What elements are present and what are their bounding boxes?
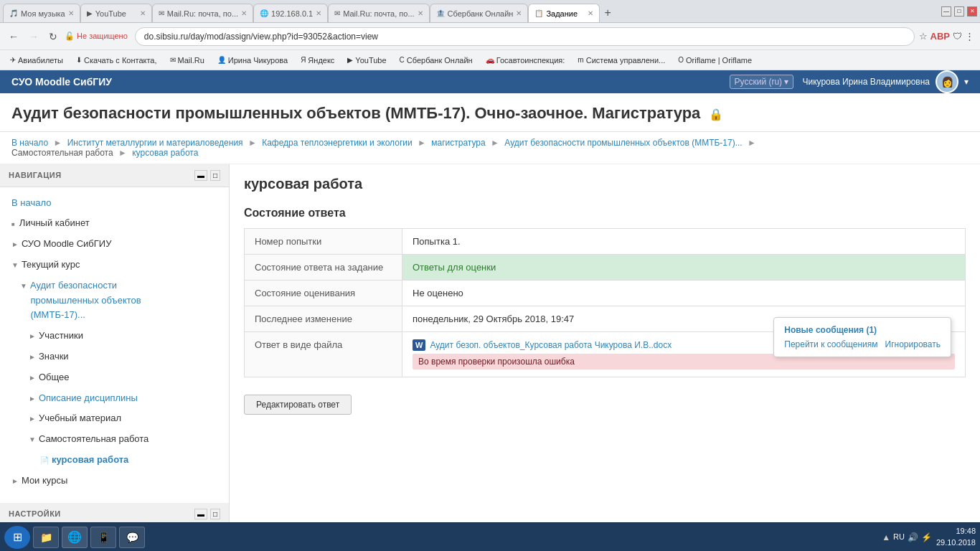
sidebar-item-current-course[interactable]: ▼Текущий курс [0,255,229,276]
sidebar-item-cabinet[interactable]: ■Личный кабинет [0,213,229,234]
sidebar-collapse-button[interactable]: ▬ [194,170,207,181]
main-layout: НАВИГАЦИЯ ▬ □ В начало ■Личный кабинет ►… [0,164,980,522]
sidebar-item-general[interactable]: ►Общее [0,367,229,388]
notification-title: Новые сообщения (1) [784,325,941,335]
status-section-title: Состояние ответа [244,207,966,220]
address-input[interactable] [135,27,915,46]
file-name: Аудит безоп. объектов_Курсовая работа Чи… [430,340,672,350]
bookmark-[interactable]: 🚗Госавтоинспекция: [481,55,570,66]
taskbar-chrome[interactable]: 🌐 [62,527,88,548]
breadcrumb-self-work: Самостоятельная работа [11,148,113,158]
settings-header: НАСТРОЙКИ ▬ □ [0,503,229,522]
sidebar-item-badges[interactable]: ►Значки [0,347,229,367]
page-title-area: Аудит безопасности промышленных объектов… [0,93,980,132]
settings-expand-button[interactable]: □ [210,509,220,519]
go-to-messages-link[interactable]: Перейти к сообщениям [784,339,877,349]
tab-tab1[interactable]: 🎵Моя музыка✕ [3,4,80,22]
minimize-button[interactable]: — [941,6,951,17]
tab-tab2[interactable]: ▶YouTube✕ [80,4,152,22]
settings-collapse-button[interactable]: ▬ [194,509,207,519]
reload-button[interactable]: ↻ [46,29,60,44]
tab-tab4[interactable]: 🌐192.168.0.1✕ [253,4,328,22]
maximize-button[interactable]: □ [954,6,964,17]
breadcrumb: В начало ► Институт металлургии и матери… [0,132,980,164]
table-row-grading: Состояние оценивания Не оценено [245,280,966,306]
bookmark-youtube[interactable]: ▶YouTube [343,55,390,66]
sidebar-header: НАВИГАЦИЯ ▬ □ [0,164,229,187]
status-value: Ответы для оценки [402,254,966,280]
address-bar: ← → ↻ 🔓 Не защищено ☆ ABP 🛡 ⋮ [0,23,980,50]
taskbar-network-icon: 🔊 [908,532,918,542]
edit-answer-button[interactable]: Редактировать ответ [244,395,352,415]
sidebar-item-selfwork[interactable]: ▼Самостоятельная работа [0,429,229,450]
bookmark-mailru[interactable]: ✉Mail.Ru [166,55,209,66]
tab-tab6[interactable]: 🏦Сбербанк Онлайн✕ [430,4,529,22]
table-row-status: Состояние ответа на задание Ответы для о… [245,254,966,280]
back-button[interactable]: ← [6,29,22,44]
forward-button[interactable]: → [26,29,42,44]
security-indicator: 🔓 Не защищено [65,32,128,41]
grading-value: Не оценено [402,280,966,306]
ignore-notification-link[interactable]: Игнорировать [885,339,941,349]
bookmark---[interactable]: ⬇Скачать с Контакта, [72,55,161,66]
tab-tab7[interactable]: 📋Задание✕ [528,4,600,22]
sidebar-item-description[interactable]: ►Описание дисциплины [0,388,229,409]
sidebar: НАВИГАЦИЯ ▬ □ В начало ■Личный кабинет ►… [0,164,230,522]
moodle-logo: СУО Moodle СибГИУ [11,76,112,88]
sidebar-expand-button[interactable]: □ [210,170,220,181]
attempt-value: Попытка 1. [402,228,966,254]
file-label: Ответ в виде файла [245,331,402,377]
bookmark-[interactable]: ✈Авиабилеты [6,55,67,66]
sidebar-item-materials[interactable]: ►Учебный материал [0,408,229,429]
bookmarks-bar: ✈Авиабилеты⬇Скачать с Контакта,✉Mail.Ru👤… [0,50,980,70]
taskbar: ⊞ 📁 🌐 📱 💬 ▲ RU 🔊 ⚡ 19:48 29.10.2018 [0,522,980,551]
taskbar-explorer[interactable]: 📁 [33,527,59,548]
user-menu[interactable]: Чикурова Ирина Владимировна 👩 ▾ [802,70,969,93]
taskbar-right: ▲ RU 🔊 ⚡ 19:48 29.10.2018 [882,526,976,548]
bookmark-oriflame--oriflame[interactable]: OOriflame | Oriflame [674,55,756,66]
assignment-title: курсовая работа [244,176,966,192]
content-area: курсовая работа Состояние ответа Номер п… [230,164,980,522]
sidebar-item-home[interactable]: В начало [0,193,229,214]
attempt-label: Номер попытки [245,228,402,254]
breadcrumb-institute[interactable]: Институт металлургии и материаловедения [67,138,243,148]
notification-panel: Новые сообщения (1) Перейти к сообщениям… [773,317,951,357]
window-controls: — □ ✕ [941,6,977,17]
tab-tab5[interactable]: ✉Mail.Ru: почта, по...✕ [328,4,429,22]
taskbar-clock: 19:48 29.10.2018 [936,526,976,548]
sidebar-item-moodle[interactable]: ►СУО Moodle СибГИУ [0,234,229,255]
close-button[interactable]: ✕ [967,6,977,17]
start-button[interactable]: ⊞ [4,526,30,549]
tabs-container: 🎵Моя музыка✕▶YouTube✕✉Mail.Ru: почта, по… [3,0,941,22]
word-icon: W [413,339,425,351]
bookmark--[interactable]: mСистема управлени... [573,55,669,66]
bookmark--[interactable]: 👤Ирина Чикурова [213,55,292,66]
sidebar-content: В начало ■Личный кабинет ►СУО Moodle Сиб… [0,187,229,497]
title-bar: 🎵Моя музыка✕▶YouTube✕✉Mail.Ru: почта, по… [0,0,980,23]
grading-label: Состояние оценивания [245,280,402,306]
moodle-header: СУО Moodle СибГИУ Русский (ru) ▾ Чикуров… [0,70,980,93]
taskbar-viber[interactable]: 📱 [90,527,116,548]
bookmark-star-button[interactable]: ☆ [919,31,928,42]
sidebar-item-audit[interactable]: ▼Аудит безопасности промышленных объекто… [0,276,229,326]
sidebar-item-participants[interactable]: ►Участники [0,326,229,347]
status-label: Состояние ответа на задание [245,254,402,280]
new-tab-button[interactable]: + [600,4,615,22]
page-title: Аудит безопасности промышленных объектов… [11,103,969,124]
bookmark-[interactable]: ЯЯндекс [296,55,339,66]
tab-tab3[interactable]: ✉Mail.Ru: почта, по...✕ [152,4,253,22]
language-selector[interactable]: Русский (ru) ▾ [730,75,794,89]
sidebar-item-my-courses[interactable]: ►Мои курсы [0,471,229,491]
breadcrumb-coursework[interactable]: курсовая работа [132,148,198,158]
adblock-button[interactable]: ABP [930,31,950,42]
taskbar-volume-icon: ⚡ [921,532,932,542]
sidebar-item-coursework[interactable]: 📄курсовая работа [0,450,229,471]
breadcrumb-audit[interactable]: Аудит безопасности промышленных объектов… [504,138,742,148]
extension-button[interactable]: 🛡 [953,31,962,42]
breadcrumb-department[interactable]: Кафедра теплоэнергетики и экологии [262,138,413,148]
breadcrumb-home[interactable]: В начало [11,138,48,148]
menu-button[interactable]: ⋮ [965,31,974,42]
bookmark--[interactable]: ССбербанк Онлайн [395,55,477,66]
taskbar-app4[interactable]: 💬 [119,527,145,548]
breadcrumb-masters[interactable]: магистратура [431,138,485,148]
